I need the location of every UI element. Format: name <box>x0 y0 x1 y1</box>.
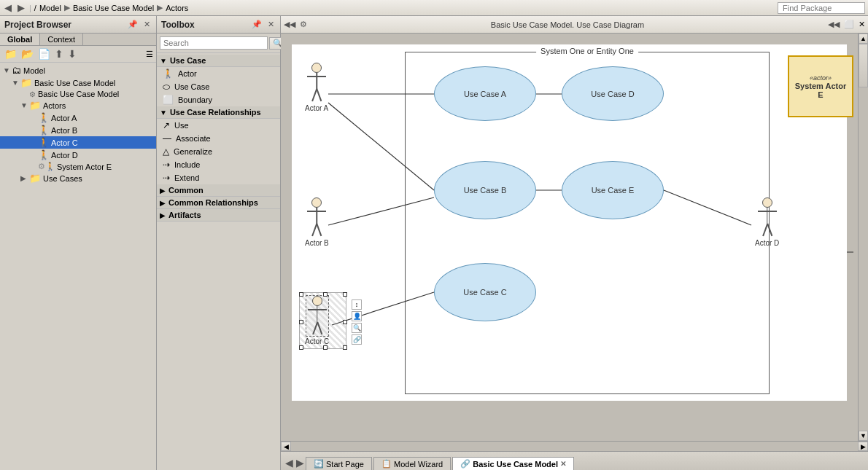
find-package-input[interactable] <box>778 2 865 14</box>
diagram-nav-right[interactable]: ⚙ <box>300 20 307 29</box>
tab-close-icon[interactable]: ✕ <box>560 460 566 468</box>
float-tool-arrow[interactable]: ↕ <box>352 299 362 310</box>
toolbox-item-actor[interactable]: 🚶 Actor <box>157 67 280 80</box>
scroll-thumb[interactable] <box>859 44 868 87</box>
toolbox-pin-icon[interactable]: 📌 <box>250 20 263 29</box>
tree-item-actor-d[interactable]: 🚶 Actor D <box>0 149 156 161</box>
toolbox-section-header-common-relationships[interactable]: ▶ Common Relationships <box>157 197 280 209</box>
actor-c[interactable]: Actor C <box>305 296 329 345</box>
tab-global[interactable]: Global <box>0 34 40 45</box>
vertical-scrollbar[interactable]: ▲ ▼ <box>858 34 868 441</box>
toolbox-section-header-relationships[interactable]: ▼ Use Case Relationships <box>157 106 280 119</box>
tree-item-actor-b[interactable]: 🚶 Actor B <box>0 124 156 136</box>
tree-item-bucm-leaf[interactable]: ⚙ Basic Use Case Model <box>0 89 156 99</box>
horizontal-scrollbar[interactable]: ◀ ▶ <box>281 441 868 451</box>
actor-b-head <box>311 197 322 208</box>
breadcrumb-actors[interactable]: Actors <box>166 4 188 12</box>
tree-arrow-model[interactable] <box>3 66 12 74</box>
actor-d[interactable]: Actor D <box>755 197 779 247</box>
sel-handle-ml[interactable] <box>299 320 303 324</box>
toolbox-item-associate[interactable]: — Associate <box>157 132 280 145</box>
folder-icon[interactable]: 📁 <box>3 47 18 60</box>
pin-icon[interactable]: 📌 <box>126 20 139 29</box>
tree-arrow-bucm[interactable] <box>12 79 20 87</box>
common-section-label: Common <box>168 186 204 195</box>
use-case-b-label: Use Case B <box>464 186 507 195</box>
toolbox-section-header-common[interactable]: ▶ Common <box>157 184 280 197</box>
tree-item-actors[interactable]: 📁 Actors <box>0 99 156 111</box>
use-case-e-label: Use Case E <box>592 186 635 195</box>
tree-item-model[interactable]: 🗂 Model <box>0 64 156 77</box>
use-case-d[interactable]: Use Case D <box>562 66 664 121</box>
diagram-expand-icon[interactable]: ◀◀ <box>828 20 840 29</box>
toolbox-section-header-use-case[interactable]: ▼ Use Case <box>157 55 280 67</box>
tab-start-page[interactable]: 🔄 Start Page <box>306 457 372 470</box>
toolbox-item-boundary[interactable]: ⬜ Boundary <box>157 93 280 106</box>
h-scroll-track[interactable] <box>291 442 858 451</box>
scroll-up-button[interactable]: ▲ <box>859 34 868 44</box>
actor-a-icon: 🚶 <box>38 112 50 123</box>
diagram-canvas[interactable]: System One or Entity One Use Case A Use … <box>281 34 858 441</box>
arrow-down-icon[interactable]: ⬇ <box>66 47 78 60</box>
tree-item-actor-a[interactable]: 🚶 Actor A <box>0 111 156 124</box>
diagram-float-icon[interactable]: ⬜ <box>844 20 854 29</box>
toolbox-section-header-artifacts[interactable]: ▶ Artifacts <box>157 209 280 222</box>
tree-item-use-cases[interactable]: 📁 Use Cases <box>0 172 156 184</box>
actor-a-figure <box>306 63 328 103</box>
use-case-c[interactable]: Use Case C <box>434 263 536 321</box>
toolbox-item-use-case[interactable]: ⬭ Use Case <box>157 80 280 93</box>
tree-item-system-actor-e[interactable]: ⚙🚶 System Actor E <box>0 161 156 172</box>
float-tool-link[interactable]: 🔗 <box>352 334 362 345</box>
actor-b[interactable]: Actor B <box>305 197 329 247</box>
menu-icon[interactable]: ☰ <box>146 50 153 59</box>
scroll-left-button[interactable]: ◀ <box>281 442 291 451</box>
tree-item-basic-use-case-model[interactable]: 📁 Basic Use Case Model <box>0 77 156 89</box>
close-icon[interactable]: ✕ <box>142 20 152 29</box>
back-button[interactable]: ◀ <box>3 2 13 13</box>
sel-handle-bl[interactable] <box>299 345 303 350</box>
sel-handle-tr[interactable] <box>343 292 347 297</box>
tree-arrow-actors[interactable] <box>20 101 29 109</box>
toolbox-item-include[interactable]: ⇢ Include <box>157 158 280 171</box>
diagram-area: ◀◀ ⚙ Basic Use Case Model. Use Case Diag… <box>281 16 868 470</box>
sel-handle-bc[interactable] <box>323 345 328 350</box>
toolbox-close-icon[interactable]: ✕ <box>266 20 276 29</box>
float-tool-person[interactable]: 👤 <box>352 311 362 321</box>
sel-handle-tl[interactable] <box>299 292 303 297</box>
breadcrumb-basic-use-case[interactable]: Basic Use Case Model <box>73 4 154 12</box>
associate-tool-icon: — <box>163 133 171 144</box>
use-case-a[interactable]: Use Case A <box>434 66 536 121</box>
system-actor-e-stereotype: «actor» <box>810 74 832 82</box>
sel-handle-tc[interactable] <box>323 292 328 297</box>
actor-d-figure <box>756 197 778 238</box>
scroll-right-button[interactable]: ▶ <box>858 442 868 451</box>
forward-button[interactable]: ▶ <box>16 2 26 13</box>
breadcrumb-model[interactable]: Model <box>39 4 61 12</box>
use-case-e[interactable]: Use Case E <box>562 161 664 219</box>
tab-scroll-left[interactable]: ◀ <box>284 455 295 470</box>
sel-handle-br[interactable] <box>343 345 347 350</box>
float-tool-search[interactable]: 🔍 <box>352 323 362 333</box>
diagram-nav-left[interactable]: ◀◀ <box>284 20 295 29</box>
system-actor-e-box[interactable]: «actor» System Actor E <box>788 55 853 117</box>
tree-item-actor-c[interactable]: 🚶 Actor C <box>0 136 156 149</box>
tab-scroll-right[interactable]: ▶ <box>295 455 306 470</box>
diagram-close-icon[interactable]: ✕ <box>859 20 865 29</box>
tree-arrow-use-cases[interactable] <box>20 174 29 182</box>
sel-handle-mr[interactable] <box>343 320 347 324</box>
toolbox-item-generalize[interactable]: △ Generalize <box>157 145 280 158</box>
actor-c-figure <box>306 296 328 336</box>
scroll-track[interactable] <box>859 44 868 431</box>
toolbox-item-use[interactable]: ↗ Use <box>157 119 280 132</box>
page-icon[interactable]: 📄 <box>36 47 52 60</box>
tab-basic-use-case-model[interactable]: 🔗 Basic Use Case Model ✕ <box>452 457 574 470</box>
open-folder-icon[interactable]: 📂 <box>20 47 35 60</box>
toolbox-search-input[interactable] <box>160 36 268 50</box>
tab-context[interactable]: Context <box>40 34 83 45</box>
arrow-up-icon[interactable]: ⬆ <box>53 47 65 60</box>
toolbox-item-extend[interactable]: ⇢ Extend <box>157 171 280 184</box>
actor-a[interactable]: Actor A <box>305 63 328 112</box>
use-case-b[interactable]: Use Case B <box>434 161 536 219</box>
scroll-down-button[interactable]: ▼ <box>859 431 868 441</box>
tab-model-wizard[interactable]: 📋 Model Wizard <box>373 457 451 470</box>
